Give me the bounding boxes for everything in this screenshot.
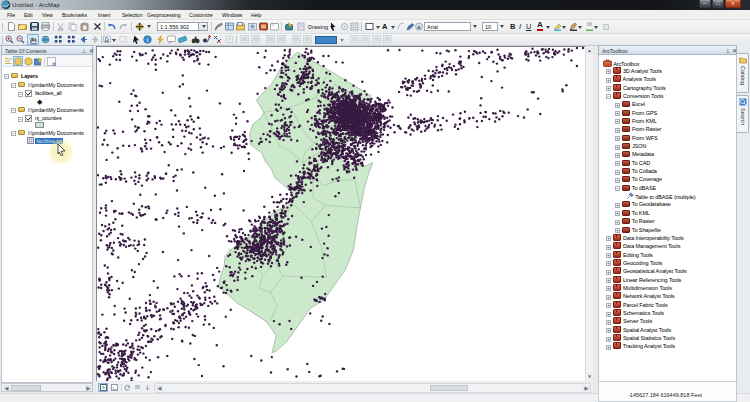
svg-text:i: i	[146, 36, 148, 43]
